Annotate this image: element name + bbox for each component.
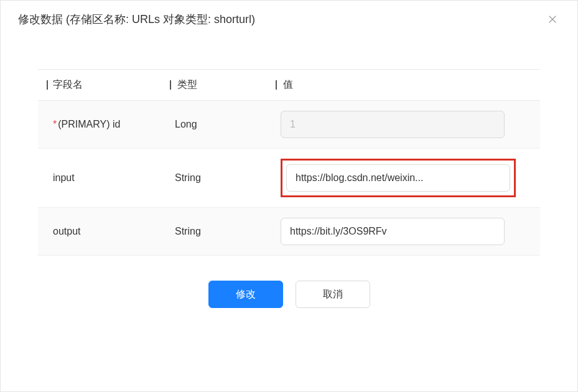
field-name-cell: output bbox=[38, 226, 175, 237]
header-value: 值 bbox=[281, 78, 540, 91]
field-type-cell: String bbox=[175, 172, 281, 184]
header-field-name: 字段名 bbox=[38, 78, 175, 91]
input-field-input[interactable] bbox=[286, 164, 510, 192]
close-icon bbox=[547, 14, 558, 25]
field-value-cell bbox=[281, 159, 540, 197]
field-name-cell: * (PRIMARY) id bbox=[38, 119, 175, 130]
field-type-cell: String bbox=[175, 226, 281, 237]
header-type: 类型 bbox=[175, 78, 281, 91]
table-row: input String bbox=[38, 149, 540, 208]
table-row: output String bbox=[38, 208, 540, 256]
required-asterisk: * bbox=[53, 119, 57, 130]
cancel-button[interactable]: 取消 bbox=[296, 281, 370, 308]
close-button[interactable] bbox=[545, 12, 560, 27]
modal-footer: 修改 取消 bbox=[38, 256, 540, 333]
id-input bbox=[281, 111, 505, 138]
fields-table: 字段名 类型 值 * (PRIMARY) id Long input Strin… bbox=[38, 69, 540, 256]
table-row: * (PRIMARY) id Long bbox=[38, 101, 540, 149]
highlighted-input-box bbox=[281, 159, 516, 197]
field-name-label: (PRIMARY) id bbox=[58, 119, 120, 130]
output-field-input[interactable] bbox=[281, 218, 505, 245]
modal-title: 修改数据 (存储区名称: URLs 对象类型: shorturl) bbox=[18, 12, 255, 27]
field-value-cell bbox=[281, 218, 540, 245]
field-name-cell: input bbox=[38, 172, 175, 184]
modal-header: 修改数据 (存储区名称: URLs 对象类型: shorturl) bbox=[1, 1, 577, 38]
edit-data-modal: 修改数据 (存储区名称: URLs 对象类型: shorturl) 字段名 类型… bbox=[0, 0, 578, 392]
table-header-row: 字段名 类型 值 bbox=[38, 70, 540, 101]
field-type-cell: Long bbox=[175, 119, 281, 130]
submit-button[interactable]: 修改 bbox=[208, 281, 283, 308]
modal-body: 字段名 类型 值 * (PRIMARY) id Long input Strin… bbox=[1, 38, 577, 333]
field-value-cell bbox=[281, 111, 540, 138]
